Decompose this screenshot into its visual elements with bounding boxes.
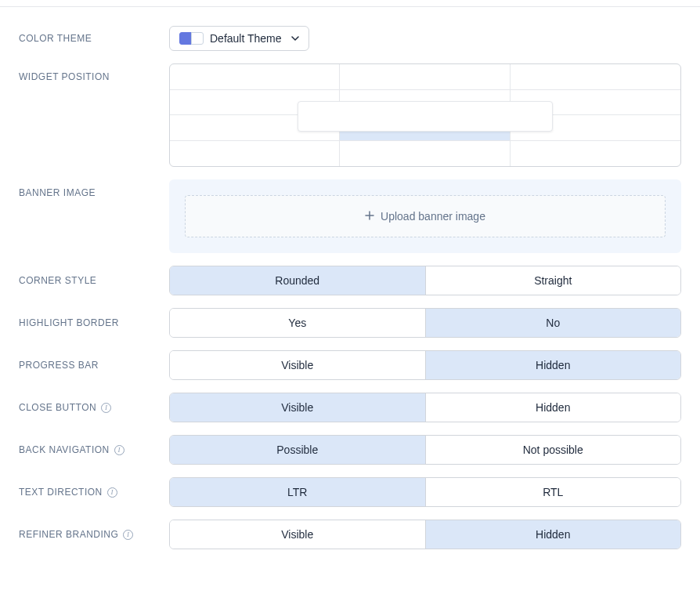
row-close-button: CLOSE BUTTON Visible Hidden (0, 393, 700, 422)
info-icon[interactable] (107, 487, 117, 498)
refiner-branding-option-visible[interactable]: Visible (170, 520, 426, 549)
color-theme-dropdown[interactable]: Default Theme (169, 26, 309, 51)
label-refiner-branding: REFINER BRANDING (19, 529, 169, 540)
label-close-button-text: CLOSE BUTTON (19, 402, 96, 413)
label-widget-position: WIDGET POSITION (19, 63, 169, 82)
row-widget-position: WIDGET POSITION (0, 63, 700, 167)
toggle-progress-bar: Visible Hidden (169, 350, 681, 380)
back-navigation-option-possible[interactable]: Possible (170, 436, 426, 464)
row-text-direction: TEXT DIRECTION LTR RTL (0, 477, 700, 507)
control-widget-position (169, 63, 681, 167)
label-progress-bar: PROGRESS BAR (19, 360, 169, 371)
row-corner-style: CORNER STYLE Rounded Straight (0, 266, 700, 295)
text-direction-option-ltr[interactable]: LTR (170, 478, 426, 506)
widget-position-grid (169, 63, 681, 167)
control-color-theme: Default Theme (169, 26, 681, 51)
position-cell-3-2[interactable] (511, 141, 680, 167)
control-text-direction: LTR RTL (169, 477, 681, 507)
close-button-option-visible[interactable]: Visible (170, 393, 426, 422)
label-corner-style: CORNER STYLE (19, 275, 169, 286)
control-refiner-branding: Visible Hidden (169, 520, 681, 549)
position-cell-0-1[interactable] (340, 64, 510, 90)
banner-upload-dropzone[interactable]: Upload banner image (185, 195, 666, 237)
position-cell-3-0[interactable] (170, 141, 340, 167)
banner-upload-container: Upload banner image (169, 179, 681, 253)
label-back-navigation: BACK NAVIGATION (19, 444, 169, 455)
row-color-theme: COLOR THEME Default Theme (0, 26, 700, 51)
label-close-button: CLOSE BUTTON (19, 402, 169, 413)
control-corner-style: Rounded Straight (169, 266, 681, 295)
theme-dropdown-label: Default Theme (210, 32, 282, 45)
label-text-direction-text: TEXT DIRECTION (19, 487, 103, 498)
position-cell-0-0[interactable] (170, 64, 340, 90)
toggle-close-button: Visible Hidden (169, 393, 681, 422)
toggle-text-direction: LTR RTL (169, 477, 681, 507)
refiner-branding-option-hidden[interactable]: Hidden (426, 520, 681, 549)
info-icon[interactable] (101, 403, 111, 413)
label-refiner-branding-text: REFINER BRANDING (19, 529, 118, 540)
back-navigation-option-not-possible[interactable]: Not possible (426, 436, 681, 464)
label-back-navigation-text: BACK NAVIGATION (19, 444, 110, 455)
toggle-highlight-border: Yes No (169, 308, 681, 338)
top-divider (0, 6, 700, 7)
row-highlight-border: HIGHLIGHT BORDER Yes No (0, 308, 700, 338)
row-back-navigation: BACK NAVIGATION Possible Not possible (0, 435, 700, 465)
toggle-back-navigation: Possible Not possible (169, 435, 681, 465)
info-icon[interactable] (123, 530, 133, 540)
highlight-border-option-yes[interactable]: Yes (170, 309, 426, 337)
close-button-option-hidden[interactable]: Hidden (426, 393, 681, 422)
highlight-border-option-no[interactable]: No (426, 309, 681, 337)
position-floating-preview[interactable] (298, 101, 553, 132)
corner-style-option-rounded[interactable]: Rounded (170, 266, 426, 295)
label-text-direction: TEXT DIRECTION (19, 487, 169, 498)
position-cell-0-2[interactable] (511, 64, 680, 90)
control-banner-image: Upload banner image (169, 179, 681, 253)
label-color-theme: COLOR THEME (19, 33, 169, 44)
position-cell-3-1[interactable] (340, 141, 510, 167)
text-direction-option-rtl[interactable]: RTL (426, 478, 681, 506)
row-refiner-branding: REFINER BRANDING Visible Hidden (0, 520, 700, 549)
theme-swatches (179, 32, 204, 45)
corner-style-option-straight[interactable]: Straight (426, 266, 681, 295)
banner-upload-label: Upload banner image (381, 210, 485, 223)
progress-bar-option-visible[interactable]: Visible (170, 351, 426, 379)
control-highlight-border: Yes No (169, 308, 681, 338)
swatch-primary (179, 32, 192, 45)
control-close-button: Visible Hidden (169, 393, 681, 422)
plus-icon (365, 210, 374, 223)
label-highlight-border: HIGHLIGHT BORDER (19, 317, 169, 328)
chevron-down-icon (291, 36, 299, 41)
swatch-secondary (191, 32, 204, 45)
row-banner-image: BANNER IMAGE Upload banner image (0, 179, 700, 253)
row-progress-bar: PROGRESS BAR Visible Hidden (0, 350, 700, 380)
toggle-refiner-branding: Visible Hidden (169, 520, 681, 549)
toggle-corner-style: Rounded Straight (169, 266, 681, 295)
progress-bar-option-hidden[interactable]: Hidden (426, 351, 681, 379)
info-icon[interactable] (114, 445, 124, 455)
label-banner-image: BANNER IMAGE (19, 179, 169, 198)
control-progress-bar: Visible Hidden (169, 350, 681, 380)
control-back-navigation: Possible Not possible (169, 435, 681, 465)
